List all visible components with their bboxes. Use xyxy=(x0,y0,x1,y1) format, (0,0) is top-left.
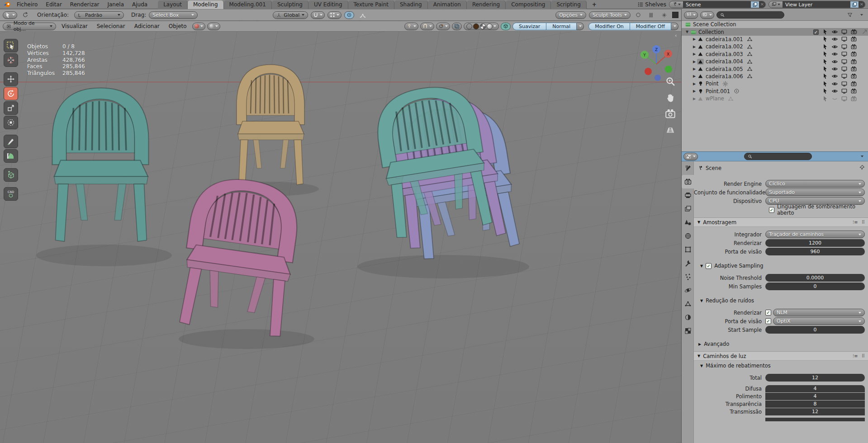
shelves-toggle[interactable]: Shelves xyxy=(638,1,666,8)
outliner-display-mode-dropdown[interactable] xyxy=(700,11,714,19)
render-disable-icon[interactable] xyxy=(851,51,857,57)
modifier-options-chevron[interactable] xyxy=(671,23,678,30)
outliner-row-light[interactable]: ▶ Point xyxy=(682,80,868,87)
start-sample-field[interactable]: 0 xyxy=(765,326,865,334)
sidebar-collapse-icon[interactable]: ‹ xyxy=(675,33,677,38)
tab-world[interactable] xyxy=(682,229,694,243)
transform-orientation-dropdown[interactable]: Global xyxy=(273,11,308,19)
view-layer-remove-icon[interactable]: ✕ xyxy=(859,1,865,8)
disclosure-closed-icon[interactable]: ▶ xyxy=(692,37,697,41)
noise-threshold-field[interactable]: 0.0000 xyxy=(765,274,865,282)
scene-selector[interactable]: Scene ✕ xyxy=(669,1,766,8)
tab-render[interactable] xyxy=(682,175,694,189)
outliner-row-object[interactable]: ▶ cadeira1a.003 xyxy=(682,51,868,58)
menu-edit[interactable]: Editar xyxy=(42,0,66,9)
shading-material-icon[interactable] xyxy=(480,24,486,29)
hide-eye-icon[interactable] xyxy=(832,88,838,94)
diffuse-bounces-field[interactable]: 4 xyxy=(765,385,865,392)
tab-object-data[interactable] xyxy=(682,297,694,311)
properties-options-chevron[interactable] xyxy=(858,153,867,160)
proportional-editing-toggle[interactable] xyxy=(344,11,354,19)
section-light-paths[interactable]: ▼Caminhos de luz ⁝≡⠿ xyxy=(694,351,868,361)
scene-browse-icon[interactable] xyxy=(669,1,683,8)
camera-view-icon[interactable] xyxy=(665,108,677,120)
tool-add-primitive[interactable] xyxy=(4,168,18,182)
selectable-icon[interactable] xyxy=(822,59,828,65)
shading-ball-dropdown[interactable] xyxy=(192,23,205,30)
denoise-viewport-checkbox[interactable]: ✓ xyxy=(765,318,771,324)
render-disable-icon[interactable] xyxy=(851,66,857,72)
view-layer-browse-icon[interactable] xyxy=(769,1,783,8)
feature-set-dropdown[interactable]: Suportado xyxy=(765,189,865,196)
pivot-point-dropdown[interactable] xyxy=(404,23,418,30)
modifier-on-button[interactable]: Modifier On xyxy=(588,23,630,30)
add-workspace-button[interactable]: + xyxy=(587,0,602,9)
tab-view-layer[interactable] xyxy=(682,202,694,216)
proportional-dropdown[interactable] xyxy=(436,23,450,30)
pan-hand-icon[interactable] xyxy=(665,93,677,104)
viewport-3d[interactable]: Objetos0 / 8 Vértices142,728 Arestas428,… xyxy=(0,0,681,443)
subsection-advanced[interactable]: ▶Avançado xyxy=(694,339,868,349)
outliner-row-object-hidden[interactable]: ▶ wPlane xyxy=(682,95,868,102)
hide-eye-icon[interactable] xyxy=(832,36,838,42)
options-dropdown[interactable]: Opções xyxy=(555,11,586,19)
subsection-adaptive-sampling[interactable]: ▼✓ Adaptive Sampling xyxy=(694,261,868,270)
menu-add[interactable]: Adicionar xyxy=(131,23,163,30)
smooth-button[interactable]: Suavizar xyxy=(512,23,546,30)
tab-modeling[interactable]: Modeling xyxy=(188,0,224,9)
selectable-icon[interactable] xyxy=(822,96,828,102)
denoise-viewport-dropdown[interactable]: OptiX xyxy=(773,317,865,325)
adaptive-sampling-checkbox[interactable]: ✓ xyxy=(706,263,711,269)
presets-icon[interactable]: ⁝≡ xyxy=(853,353,858,358)
drag-dropdown[interactable]: Select Box xyxy=(149,11,198,19)
viewport-disable-icon[interactable] xyxy=(841,29,847,35)
hide-eye-icon[interactable] xyxy=(832,44,838,50)
presets-icon[interactable]: ⁝≡ xyxy=(853,220,858,225)
active-tool-icon-button[interactable] xyxy=(3,11,17,19)
render-disable-icon[interactable] xyxy=(851,88,857,94)
subsection-max-bounces[interactable]: ▼Máximo de rebatimentos xyxy=(694,361,868,370)
tab-scene[interactable] xyxy=(682,216,694,229)
indirect-only-icon[interactable] xyxy=(862,29,868,35)
samples-render-field[interactable]: 1200 xyxy=(765,239,865,247)
tab-animation[interactable]: Animation xyxy=(428,0,467,9)
viewport-disable-icon[interactable] xyxy=(841,44,847,50)
modifier-off-button[interactable]: Modifier Off xyxy=(630,23,671,30)
menu-window[interactable]: Janela xyxy=(103,0,128,9)
tab-modeling-001[interactable]: Modeling.001 xyxy=(224,0,272,9)
subsection-denoising[interactable]: ▼Redução de ruídos xyxy=(694,296,868,305)
outliner-row-object-active[interactable]: ▶ cadeira1a.004 xyxy=(682,58,868,65)
overlays-toggle-icon[interactable] xyxy=(646,11,656,19)
properties-search-input[interactable] xyxy=(744,153,812,160)
osl-checkbox[interactable]: ✓ xyxy=(769,207,774,213)
hide-eye-icon[interactable] xyxy=(832,73,838,79)
orientation-dropdown[interactable]: Padrão xyxy=(74,11,124,19)
selectable-icon[interactable] xyxy=(822,88,828,94)
outliner-row-object[interactable]: ▶ cadeira1a.001 xyxy=(682,36,868,43)
tab-texture[interactable] xyxy=(682,324,694,338)
denoise-render-checkbox[interactable]: ✓ xyxy=(765,310,771,316)
holdout-icon[interactable] xyxy=(852,29,858,35)
smooth-options-chevron[interactable] xyxy=(577,23,584,30)
menu-view[interactable]: Visualizar xyxy=(58,23,91,30)
matcap-dropdown[interactable] xyxy=(207,23,220,30)
mode-dropdown[interactable]: Modo de obj... xyxy=(3,23,56,30)
selectable-icon[interactable] xyxy=(822,73,828,79)
min-samples-field[interactable]: 0 xyxy=(765,283,865,290)
snap-magnet-dropdown[interactable] xyxy=(420,23,434,30)
view-layer-copy-icon[interactable] xyxy=(850,1,859,8)
viewport-disable-icon[interactable] xyxy=(841,96,847,102)
tab-scripting[interactable]: Scripting xyxy=(551,0,586,9)
menu-file[interactable]: Ficheiro xyxy=(13,0,42,9)
render-disable-icon[interactable] xyxy=(851,96,857,102)
tab-modifiers[interactable] xyxy=(682,256,694,270)
disclosure-open-icon[interactable]: ▼ xyxy=(684,30,690,34)
glossy-bounces-field[interactable]: 4 xyxy=(765,393,865,400)
tool-scale[interactable] xyxy=(4,101,18,115)
render-disable-icon[interactable] xyxy=(851,59,857,65)
menu-help[interactable]: Ajuda xyxy=(128,0,152,9)
tool-move[interactable] xyxy=(4,72,18,86)
shading-wireframe-icon[interactable] xyxy=(466,24,472,29)
proportional-falloff-icon[interactable] xyxy=(357,11,369,19)
tab-sculpting[interactable]: Sculpting xyxy=(272,0,308,9)
